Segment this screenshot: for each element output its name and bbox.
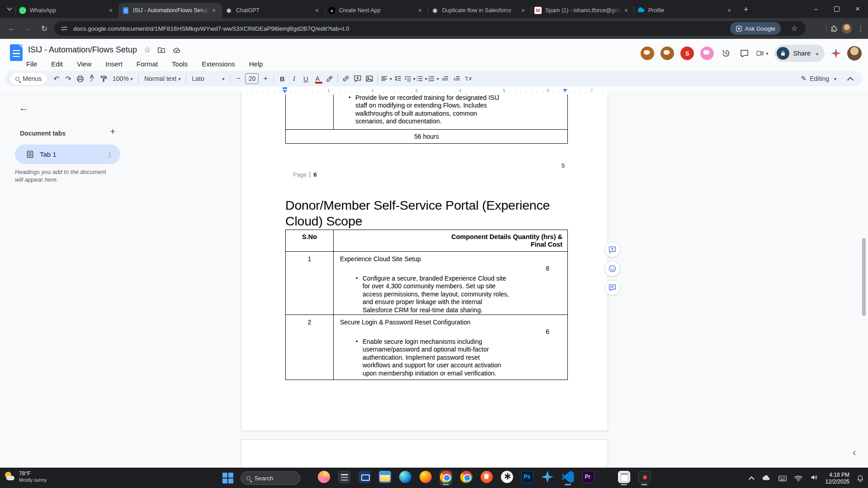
account-avatar[interactable] [847, 46, 862, 61]
right-indent-marker[interactable] [563, 89, 567, 92]
address-bar[interactable]: docs.google.com/document/d/1MF816HSMkqvW… [54, 21, 806, 36]
gemini-spark-icon[interactable] [831, 48, 841, 58]
tab-gmail-spam[interactable]: Spam (1) - ishann.tforce@gmai [531, 3, 634, 18]
italic-button[interactable]: I [288, 73, 300, 84]
tab-chatgpt[interactable]: ChatGPT [222, 3, 325, 18]
tab-create-next-app[interactable]: Create Next App [325, 3, 428, 18]
tab-profile[interactable]: Profile [634, 3, 737, 18]
styles-select[interactable]: Normal text [141, 75, 184, 82]
share-button[interactable]: Share [774, 45, 825, 62]
taskbar-app-notepad[interactable] [618, 470, 630, 485]
left-indent-marker[interactable] [283, 90, 287, 93]
menu-view[interactable]: View [75, 59, 93, 69]
window-maximize-button[interactable] [826, 0, 847, 18]
onedrive-cloud-icon[interactable] [761, 474, 771, 483]
font-select[interactable]: Lato [189, 75, 227, 82]
reload-button[interactable]: ↻ [39, 23, 50, 34]
tab-close-icon[interactable] [519, 6, 527, 14]
move-to-folder-icon[interactable] [157, 47, 165, 54]
back-button[interactable]: ← [6, 23, 17, 34]
tab-close-icon[interactable] [313, 6, 321, 14]
share-dropdown-icon[interactable] [814, 50, 818, 57]
taskbar-search[interactable]: Search [241, 471, 300, 485]
underline-button[interactable]: U [300, 73, 311, 84]
first-line-indent-marker[interactable] [283, 87, 287, 89]
volume-icon[interactable] [810, 474, 819, 483]
add-emoji-reaction-button[interactable] [604, 261, 620, 277]
document-page-next[interactable] [241, 439, 608, 468]
editing-mode-select[interactable]: ✎ Editing [801, 72, 836, 85]
tab-close-icon[interactable] [725, 6, 733, 14]
tab-whatsapp[interactable]: WhatsApp [15, 3, 118, 18]
taskbar-app-edge[interactable] [399, 470, 411, 485]
star-document-icon[interactable]: ☆ [144, 45, 151, 55]
print-icon[interactable] [74, 73, 86, 84]
notifications-bell-icon[interactable] [856, 474, 864, 483]
add-document-tab-button[interactable] [110, 126, 115, 137]
window-close-button[interactable] [847, 0, 868, 18]
bookmark-star-icon[interactable] [791, 24, 797, 33]
google-docs-icon[interactable] [10, 44, 23, 61]
numbered-list-icon[interactable] [427, 73, 439, 84]
menu-insert[interactable]: Insert [104, 59, 124, 69]
clock-widget[interactable]: 4:18 PM 12/2/2025 [826, 472, 849, 485]
undo-icon[interactable]: ↶ [51, 73, 62, 84]
hidden-icons-chevron[interactable] [749, 476, 755, 482]
tab-close-icon[interactable] [416, 6, 424, 14]
ask-google-chip[interactable]: Ask Google [730, 22, 781, 35]
taskbar-app-firefox[interactable] [419, 470, 432, 485]
suggest-edits-margin-button[interactable] [604, 280, 620, 296]
taskbar-app-file-explorer[interactable] [378, 470, 391, 485]
zoom-select[interactable]: 100% [109, 75, 136, 82]
close-outline-arrow-icon[interactable]: ← [19, 103, 28, 113]
touch-keyboard-icon[interactable] [778, 474, 787, 482]
side-panel-expand-chevron[interactable]: ‹ [853, 447, 856, 459]
weather-widget[interactable]: 78°FMostly sunny [5, 470, 47, 483]
taskbar-app-chrome-active[interactable] [439, 470, 452, 485]
insert-image-icon[interactable] [363, 73, 375, 84]
site-settings-icon[interactable] [61, 25, 68, 32]
taskbar-app-vscode[interactable] [561, 470, 574, 485]
tab-isij-doc[interactable]: ISIJ - Automation/Flows Setup – [118, 3, 222, 18]
window-minimize-button[interactable] [806, 0, 826, 18]
menu-format[interactable]: Format [135, 59, 160, 69]
decrease-font-size-button[interactable]: − [232, 73, 244, 84]
taskbar-app-copilot[interactable] [317, 470, 330, 485]
increase-indent-icon[interactable] [451, 73, 462, 84]
bold-button[interactable]: B [276, 73, 288, 84]
taskbar-app-chatgpt[interactable] [500, 470, 513, 485]
menu-help[interactable]: Help [247, 59, 265, 69]
collaborator-avatar[interactable] [660, 47, 674, 60]
checklist-icon[interactable] [404, 73, 415, 84]
font-size-input[interactable]: 20 [245, 73, 259, 84]
browser-profile-avatar[interactable] [842, 23, 852, 33]
tab-options-kebab-icon[interactable] [107, 151, 113, 158]
taskbar-app-photoshop[interactable] [521, 470, 533, 485]
wifi-icon[interactable] [794, 474, 803, 482]
taskbar-app-system[interactable] [338, 470, 350, 485]
menu-tools[interactable]: Tools [170, 59, 189, 69]
line-spacing-icon[interactable] [392, 73, 404, 84]
taskbar-app-recorder[interactable] [638, 470, 651, 485]
start-button[interactable] [222, 473, 233, 483]
insert-link-icon[interactable] [340, 73, 352, 84]
clear-formatting-icon[interactable]: T✗ [462, 73, 474, 84]
menu-file[interactable]: File [24, 59, 39, 69]
increase-font-size-button[interactable]: + [259, 73, 271, 84]
taskbar-app-premiere[interactable] [582, 470, 594, 485]
hide-menus-chevron-icon[interactable] [846, 75, 854, 83]
scrollbar-thumb[interactable] [862, 238, 866, 316]
tab-search-chevron-icon[interactable] [4, 1, 15, 17]
collaborator-avatar[interactable] [700, 47, 714, 60]
join-call-video-icon[interactable] [756, 47, 768, 59]
menu-edit[interactable]: Edit [49, 59, 65, 69]
extensions-puzzle-icon[interactable] [828, 23, 839, 34]
taskbar-app-mail[interactable] [358, 470, 371, 485]
comment-history-icon[interactable] [738, 47, 750, 59]
tab-duplicate-flow[interactable]: Duplicate flow in Salesforce [428, 3, 531, 18]
add-comment-icon[interactable] [352, 73, 363, 84]
forward-button[interactable]: → [23, 23, 33, 34]
taskbar-app-gemini[interactable] [541, 470, 554, 485]
taskbar-app-brave[interactable] [480, 470, 493, 485]
taskbar-app-chrome-2[interactable] [460, 470, 472, 485]
